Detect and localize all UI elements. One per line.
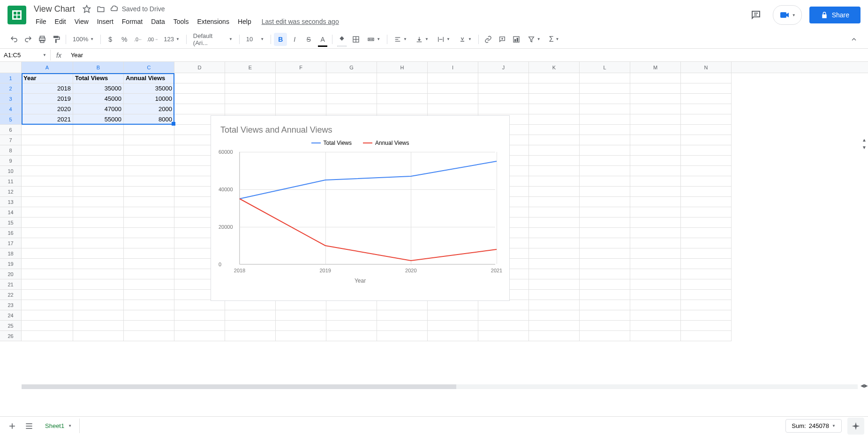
row-header-19[interactable]: 19 — [0, 259, 22, 269]
cell-C19[interactable] — [124, 259, 174, 269]
paint-format-button[interactable] — [50, 33, 63, 46]
cell-N19[interactable] — [681, 259, 732, 269]
cell-M3[interactable] — [630, 94, 681, 104]
cell-E2[interactable] — [225, 83, 276, 94]
cell-I4[interactable] — [428, 104, 478, 114]
cell-K15[interactable] — [529, 218, 580, 228]
cell-F23[interactable] — [276, 300, 326, 310]
cell-E24[interactable] — [225, 310, 276, 321]
collapse-toolbar-button[interactable] — [847, 33, 860, 46]
all-sheets-button[interactable] — [21, 418, 38, 435]
cell-M18[interactable] — [630, 248, 681, 259]
cell-L24[interactable] — [580, 310, 630, 321]
cell-D23[interactable] — [174, 300, 225, 310]
cell-I3[interactable] — [428, 94, 478, 104]
cell-J26[interactable] — [478, 331, 529, 341]
move-icon[interactable] — [97, 5, 105, 13]
cell-L5[interactable] — [580, 114, 630, 125]
cell-A4[interactable]: 2020 — [22, 104, 73, 114]
cell-J3[interactable] — [478, 94, 529, 104]
cell-K8[interactable] — [529, 145, 580, 156]
cell-M6[interactable] — [630, 125, 681, 135]
cell-N5[interactable] — [681, 114, 732, 125]
cell-K1[interactable] — [529, 73, 580, 83]
row-header-6[interactable]: 6 — [0, 125, 22, 135]
undo-button[interactable] — [8, 33, 21, 46]
cell-M13[interactable] — [630, 197, 681, 207]
cell-E26[interactable] — [225, 331, 276, 341]
row-header-26[interactable]: 26 — [0, 331, 22, 341]
column-header-N[interactable]: N — [681, 62, 732, 73]
cell-C20[interactable] — [124, 269, 174, 279]
cell-C16[interactable] — [124, 228, 174, 238]
column-header-J[interactable]: J — [478, 62, 529, 73]
cell-C15[interactable] — [124, 218, 174, 228]
menu-help[interactable]: Help — [234, 16, 255, 27]
cell-N1[interactable] — [681, 73, 732, 83]
cell-A10[interactable] — [22, 166, 73, 176]
italic-button[interactable]: I — [288, 33, 301, 46]
cell-A1[interactable]: Year — [22, 73, 73, 83]
cell-C14[interactable] — [124, 207, 174, 218]
row-header-21[interactable]: 21 — [0, 279, 22, 290]
row-header-13[interactable]: 13 — [0, 197, 22, 207]
cell-B3[interactable]: 45000 — [73, 94, 124, 104]
cell-M26[interactable] — [630, 331, 681, 341]
column-header-A[interactable]: A — [22, 62, 73, 73]
more-formats-button[interactable]: 123▼ — [160, 34, 183, 45]
cell-K9[interactable] — [529, 156, 580, 166]
sheet-nav-right[interactable]: ▶ — [864, 382, 868, 389]
cell-I23[interactable] — [428, 300, 478, 310]
row-header-1[interactable]: 1 — [0, 73, 22, 83]
row-header-18[interactable]: 18 — [0, 248, 22, 259]
cell-D24[interactable] — [174, 310, 225, 321]
zoom-select[interactable]: 100%▼ — [69, 34, 98, 45]
cell-F26[interactable] — [276, 331, 326, 341]
cell-G24[interactable] — [326, 310, 377, 321]
cell-B24[interactable] — [73, 310, 124, 321]
insert-chart-button[interactable] — [510, 33, 523, 46]
cell-M11[interactable] — [630, 176, 681, 187]
cell-J24[interactable] — [478, 310, 529, 321]
cell-L22[interactable] — [580, 290, 630, 300]
cell-L10[interactable] — [580, 166, 630, 176]
cell-B15[interactable] — [73, 218, 124, 228]
cell-N14[interactable] — [681, 207, 732, 218]
cell-J1[interactable] — [478, 73, 529, 83]
cell-K20[interactable] — [529, 269, 580, 279]
cell-N22[interactable] — [681, 290, 732, 300]
row-header-2[interactable]: 2 — [0, 83, 22, 94]
cell-B16[interactable] — [73, 228, 124, 238]
cell-M12[interactable] — [630, 187, 681, 197]
cell-B8[interactable] — [73, 145, 124, 156]
cell-L1[interactable] — [580, 73, 630, 83]
cell-C5[interactable]: 8000 — [124, 114, 174, 125]
cell-A24[interactable] — [22, 310, 73, 321]
cell-H2[interactable] — [377, 83, 428, 94]
format-percent-button[interactable]: % — [118, 33, 131, 46]
cell-K11[interactable] — [529, 176, 580, 187]
cell-J4[interactable] — [478, 104, 529, 114]
cell-L15[interactable] — [580, 218, 630, 228]
menu-file[interactable]: File — [32, 16, 50, 27]
cell-F1[interactable] — [276, 73, 326, 83]
cell-B2[interactable]: 35000 — [73, 83, 124, 94]
print-button[interactable] — [36, 33, 49, 46]
cell-L23[interactable] — [580, 300, 630, 310]
functions-button[interactable]: Σ▼ — [545, 33, 563, 45]
row-header-16[interactable]: 16 — [0, 228, 22, 238]
column-header-F[interactable]: F — [276, 62, 326, 73]
cell-G3[interactable] — [326, 94, 377, 104]
cell-C11[interactable] — [124, 176, 174, 187]
cell-B25[interactable] — [73, 321, 124, 331]
cell-D3[interactable] — [174, 94, 225, 104]
cell-B22[interactable] — [73, 290, 124, 300]
cell-A6[interactable] — [22, 125, 73, 135]
share-button[interactable]: Share — [809, 7, 860, 23]
cell-B7[interactable] — [73, 135, 124, 145]
cell-H25[interactable] — [377, 321, 428, 331]
cell-A5[interactable]: 2021 — [22, 114, 73, 125]
cell-C18[interactable] — [124, 248, 174, 259]
cell-C4[interactable]: 2000 — [124, 104, 174, 114]
row-header-22[interactable]: 22 — [0, 290, 22, 300]
